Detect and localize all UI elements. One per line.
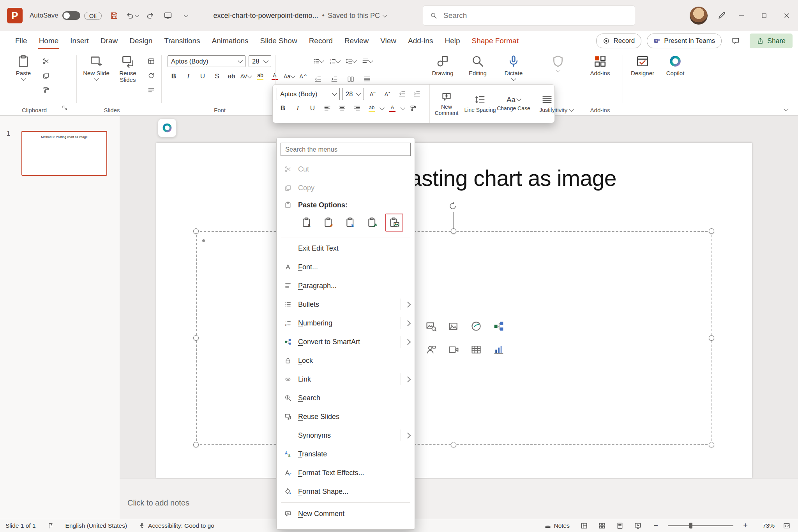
mini-font-size-select[interactable]: 28: [342, 88, 364, 100]
video-icon[interactable]: [446, 342, 461, 357]
italic-button[interactable]: I: [182, 71, 194, 82]
editing-button[interactable]: Editing: [462, 55, 493, 76]
copilot-button[interactable]: Copilot: [660, 55, 690, 76]
align-left-button[interactable]: [321, 103, 334, 114]
ink-pen-icon[interactable]: [713, 7, 730, 24]
design-ideas-icon[interactable]: [468, 318, 484, 334]
text-shadow-button[interactable]: S: [211, 71, 223, 82]
slide-thumbnail[interactable]: Method 1: Pasting chart as image: [21, 131, 107, 176]
justify-button[interactable]: Justify: [530, 85, 564, 123]
autosave-toggle[interactable]: [62, 11, 80, 20]
pictures-icon[interactable]: [446, 318, 461, 334]
tab-file[interactable]: File: [9, 31, 33, 51]
paste-option-picture[interactable]: [385, 214, 403, 232]
format-painter-button[interactable]: [40, 84, 52, 96]
section-button[interactable]: [145, 84, 157, 96]
add-ins-button[interactable]: Add-ins: [584, 55, 616, 76]
menu-item-convert-to-smartart[interactable]: Convert to SmartArt: [277, 332, 415, 351]
cut-button[interactable]: [40, 55, 52, 67]
grow-font-button[interactable]: Aˆ: [366, 88, 379, 99]
reuse-slides-button[interactable]: Reuse Slides: [112, 55, 143, 83]
highlight-color-button[interactable]: ab: [254, 71, 267, 82]
present-in-teams-button[interactable]: T Present in Teams: [647, 34, 722, 48]
bold-button[interactable]: B: [168, 71, 180, 82]
zoom-slider[interactable]: [668, 525, 733, 526]
mini-increase-indent-button[interactable]: [411, 88, 423, 99]
collapse-ribbon-button[interactable]: [784, 105, 788, 112]
reading-view-button[interactable]: [614, 521, 626, 531]
tab-record[interactable]: Record: [303, 31, 339, 51]
font-size-select[interactable]: 28: [249, 55, 271, 67]
font-name-select[interactable]: Aptos (Body): [168, 55, 245, 67]
underline-button[interactable]: U: [196, 71, 209, 82]
tab-review[interactable]: Review: [339, 31, 374, 51]
table-icon[interactable]: [468, 342, 484, 357]
bullets-button[interactable]: [312, 55, 324, 67]
tab-home[interactable]: Home: [33, 31, 65, 51]
clear-formatting-button[interactable]: A⌃: [297, 71, 310, 82]
user-avatar[interactable]: [690, 7, 708, 25]
menu-item-numbering[interactable]: 12 Numbering: [277, 314, 415, 332]
text-direction-button[interactable]: [361, 55, 373, 67]
resize-handle-top-middle[interactable]: [451, 228, 456, 234]
notes-pane[interactable]: Click to add notes: [120, 479, 798, 519]
align-text-button[interactable]: [361, 73, 373, 85]
menu-item-paragraph[interactable]: Paragraph...: [277, 276, 415, 295]
quick-access-more-button[interactable]: [177, 7, 194, 24]
change-case-button[interactable]: Aa: [283, 71, 295, 82]
present-display-button[interactable]: [159, 7, 177, 24]
resize-handle-top-right[interactable]: [709, 228, 714, 234]
search-input[interactable]: [443, 11, 628, 20]
paste-option-source-formatting-link-data[interactable]: [364, 214, 381, 232]
stock-images-icon[interactable]: [423, 318, 439, 334]
tab-shape-format[interactable]: Shape Format: [466, 31, 524, 51]
new-slide-button[interactable]: New Slide: [83, 55, 110, 80]
resize-handle-bottom-right[interactable]: [709, 442, 714, 447]
mini-decrease-indent-button[interactable]: [396, 88, 408, 99]
fit-slide-to-window-button[interactable]: [781, 521, 793, 531]
drawing-button[interactable]: Drawing: [427, 55, 458, 76]
menu-item-bullets[interactable]: Bullets: [277, 295, 415, 314]
font-color-button[interactable]: A: [268, 71, 281, 82]
menu-search-box[interactable]: [281, 143, 411, 156]
resize-handle-middle-left[interactable]: [193, 335, 199, 341]
mini-underline-button[interactable]: U: [306, 103, 319, 114]
paste-option-keep-source-formatting[interactable]: [320, 214, 338, 232]
zoom-level[interactable]: 73%: [757, 522, 775, 529]
tab-animations[interactable]: Animations: [206, 31, 254, 51]
spellcheck-flag-icon[interactable]: [48, 523, 54, 529]
mini-format-painter-button[interactable]: [407, 103, 419, 114]
slideshow-view-button[interactable]: [632, 521, 644, 531]
tab-slide-show[interactable]: Slide Show: [254, 31, 303, 51]
zoom-in-button[interactable]: +: [740, 521, 751, 531]
menu-item-lock[interactable]: Lock: [277, 351, 415, 370]
mini-font-name-select[interactable]: Aptos (Body): [277, 88, 340, 100]
cameo-icon[interactable]: [423, 342, 439, 357]
share-button[interactable]: Share: [750, 34, 793, 48]
copy-button[interactable]: [40, 70, 52, 81]
content-placeholder[interactable]: [196, 231, 711, 445]
designer-button[interactable]: Designer: [627, 55, 658, 76]
zoom-slider-thumb[interactable]: [689, 523, 692, 528]
increase-indent-button[interactable]: [328, 73, 341, 85]
accessibility-status[interactable]: Accessibility: Good to go: [139, 522, 214, 529]
maximize-button[interactable]: [753, 0, 775, 31]
mini-highlight-color-button[interactable]: ab: [365, 103, 378, 114]
normal-view-button[interactable]: [578, 521, 590, 531]
change-case-button-mini[interactable]: Aa Change Case: [497, 85, 530, 123]
slide-indicator[interactable]: Slide 1 of 1: [5, 522, 36, 529]
reset-slide-button[interactable]: [145, 70, 157, 81]
redo-button[interactable]: [141, 7, 159, 24]
notes-toggle-button[interactable]: Notes: [545, 522, 570, 529]
decrease-indent-button[interactable]: [312, 73, 324, 85]
mini-bold-button[interactable]: B: [277, 103, 289, 114]
tab-help[interactable]: Help: [439, 31, 466, 51]
tab-view[interactable]: View: [374, 31, 402, 51]
rotate-handle[interactable]: [448, 202, 457, 212]
tab-design[interactable]: Design: [124, 31, 158, 51]
comments-button[interactable]: [727, 32, 744, 49]
line-spacing-button-mini[interactable]: Line Spacing: [463, 85, 497, 123]
resize-handle-middle-right[interactable]: [709, 335, 714, 341]
paste-option-destination-theme-link-data[interactable]: a: [342, 214, 360, 232]
columns-button[interactable]: [344, 73, 357, 85]
